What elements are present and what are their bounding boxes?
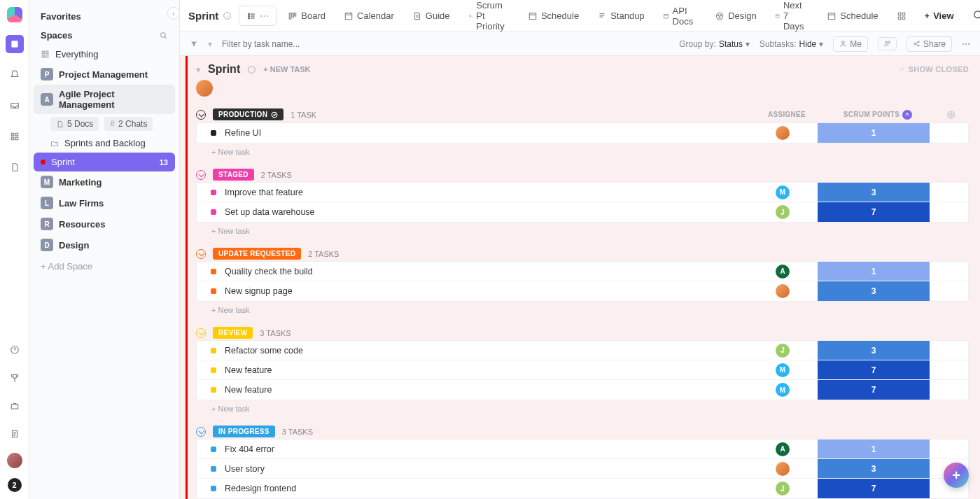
view-tab-next-7-days[interactable]: Next 7 Days (768, 0, 816, 36)
subtasks-dropdown[interactable]: Subtasks: Hide ▾ (760, 39, 823, 49)
sidebar-space-lawfirms[interactable]: L Law Firms (29, 192, 179, 213)
task-row[interactable]: Fix 404 errorA1 (197, 440, 968, 459)
groupby-dropdown[interactable]: Group by: Status ▾ (679, 39, 750, 49)
add-task-button[interactable]: + New task (196, 400, 969, 414)
share-button[interactable]: Share (906, 36, 952, 52)
sprint-owner-avatar[interactable] (196, 80, 213, 97)
task-row[interactable]: Refactor some codeJ3 (197, 341, 968, 360)
inbox-icon[interactable] (6, 97, 24, 115)
group-collapse-icon[interactable] (196, 328, 206, 338)
view-tab-schedule[interactable]: Schedule (820, 6, 885, 25)
view-tab-board[interactable]: Board (281, 6, 332, 25)
task-row[interactable]: New featureM7 (197, 360, 968, 380)
sidebar-sprints-backlog[interactable]: Sprints and Backlog (29, 134, 179, 153)
view-tab-scrum-pt-priority[interactable]: Scrum Pt Priority (461, 0, 517, 36)
group-collapse-icon[interactable] (196, 110, 206, 120)
status-pill[interactable]: IN PROGRESS (213, 426, 275, 437)
task-scrum-points[interactable]: 3 (818, 281, 930, 301)
view-tab-design[interactable]: Design (708, 6, 763, 25)
task-scrum-points[interactable]: 7 (818, 380, 930, 400)
app-logo[interactable] (7, 7, 22, 22)
add-column-button[interactable]: ⊕ (934, 108, 969, 121)
add-task-button[interactable]: + New task (196, 143, 969, 157)
assignees-button[interactable] (878, 37, 897, 50)
me-filter-button[interactable]: Me (833, 36, 868, 52)
docs-pill[interactable]: 5 Docs (50, 117, 99, 131)
task-assignee[interactable]: A (748, 442, 818, 456)
briefcase-icon[interactable] (6, 397, 24, 415)
task-scrum-points[interactable]: 3 (818, 183, 930, 202)
view-tab-api-docs[interactable]: API Docs (656, 1, 704, 31)
task-scrum-points[interactable]: 1 (818, 440, 930, 458)
view-tab-guide[interactable]: Guide (405, 6, 457, 25)
notepad-icon[interactable] (6, 425, 24, 443)
view-tab-calendar[interactable]: Calendar (337, 6, 401, 25)
task-scrum-points[interactable]: 1 (818, 123, 930, 143)
task-row[interactable]: Improve that featureM3 (197, 183, 968, 202)
task-assignee[interactable] (748, 284, 818, 298)
more-icon[interactable]: ⋯ (962, 39, 970, 49)
task-assignee[interactable]: J (748, 482, 818, 496)
sidebar-spaces-header[interactable]: Spaces (29, 26, 179, 45)
status-pill[interactable]: REVIEW (213, 327, 253, 339)
status-pill[interactable]: STAGED (213, 169, 254, 181)
task-assignee[interactable]: J (748, 205, 818, 219)
filter-icon[interactable] (190, 40, 198, 48)
task-scrum-points[interactable]: 7 (818, 202, 930, 222)
task-scrum-points[interactable]: 1 (818, 262, 930, 281)
task-assignee[interactable]: M (748, 363, 818, 377)
filter-input[interactable] (222, 39, 348, 49)
trophy-icon[interactable] (6, 369, 24, 387)
sidebar-space-marketing[interactable]: M Marketing (29, 171, 179, 192)
add-task-button[interactable]: + New task (196, 302, 969, 316)
sidebar-space-resources[interactable]: R Resources (29, 213, 179, 234)
add-space-button[interactable]: + Add Space (29, 255, 179, 277)
sidebar-space-design[interactable]: D Design (29, 234, 179, 255)
task-scrum-points[interactable]: 7 (818, 479, 930, 498)
task-assignee[interactable] (748, 462, 818, 476)
status-pill[interactable]: PRODUCTION (213, 108, 284, 120)
task-row[interactable]: Set up data warehouseJ7 (197, 202, 968, 222)
status-pill[interactable]: UPDATE REQUESTED (213, 248, 301, 260)
show-closed-button[interactable]: SHOW CLOSED (898, 65, 969, 73)
bell-icon[interactable] (6, 66, 24, 84)
task-scrum-points[interactable]: 3 (818, 341, 930, 360)
create-task-fab[interactable]: + (944, 463, 969, 488)
sidebar-space-project-management[interactable]: P Project Management (29, 64, 179, 85)
info-icon[interactable] (223, 11, 232, 20)
task-row[interactable]: Quality check the buildA1 (197, 262, 968, 281)
task-assignee[interactable]: A (748, 265, 818, 279)
task-row[interactable]: New signup page3 (197, 281, 968, 301)
task-assignee[interactable] (748, 126, 818, 140)
more-icon[interactable]: ⋯ (260, 10, 269, 21)
view-tab-list[interactable]: ⋯ (239, 6, 276, 26)
task-row[interactable]: Redesign frontendJ7 (197, 479, 968, 498)
sidebar-sprint-selected[interactable]: Sprint 13 (34, 153, 175, 171)
collapse-caret-icon[interactable]: ▾ (196, 64, 201, 75)
grid-icon[interactable] (6, 127, 24, 146)
view-tab-dashboard[interactable] (890, 7, 913, 25)
task-row[interactable]: New featureM7 (197, 380, 968, 400)
group-collapse-icon[interactable] (196, 170, 206, 180)
user-avatar[interactable] (7, 453, 22, 468)
home-icon[interactable] (6, 35, 24, 53)
sidebar-space-agile[interactable]: A Agile Project Management (34, 85, 175, 114)
task-row[interactable]: User story3 (197, 459, 968, 479)
task-scrum-points[interactable]: 7 (818, 360, 930, 379)
info-icon[interactable] (247, 65, 256, 74)
add-task-button[interactable]: + New task (196, 223, 969, 237)
group-collapse-icon[interactable] (196, 427, 206, 437)
task-row[interactable]: Refine UI1 (197, 123, 968, 143)
doc-icon[interactable] (6, 158, 24, 176)
new-task-button[interactable]: + NEW TASK (263, 65, 310, 73)
task-assignee[interactable]: M (748, 383, 818, 397)
view-tab-schedule[interactable]: Schedule (521, 6, 586, 25)
chats-pill[interactable]: #2 Chats (104, 117, 153, 131)
view-tab-standup[interactable]: Standup (590, 6, 651, 25)
sidebar-favorites-header[interactable]: Favorites (29, 7, 179, 26)
workspace-badge[interactable]: 2 (8, 478, 22, 492)
help-icon[interactable] (6, 341, 24, 359)
task-assignee[interactable]: J (748, 344, 818, 358)
task-assignee[interactable]: M (748, 185, 818, 199)
task-scrum-points[interactable]: 3 (818, 459, 930, 478)
